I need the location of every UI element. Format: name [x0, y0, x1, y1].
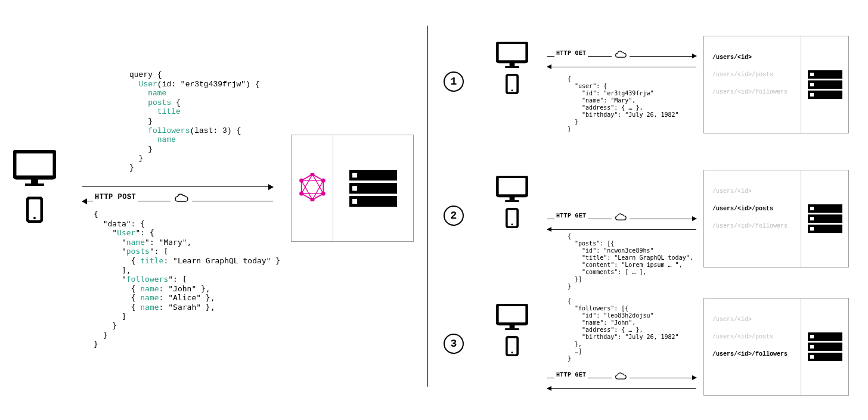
request-arrow: HTTP GET — [547, 214, 696, 225]
svg-point-15 — [511, 89, 513, 91]
graphql-response-code: { "data": { "User": { "name": "Mary", "p… — [94, 210, 280, 349]
desktop-icon — [13, 150, 56, 186]
endpoint-path: /users/<id>/followers — [712, 89, 795, 95]
endpoint-path: /users/<id>/posts — [712, 206, 795, 212]
svg-point-7 — [321, 191, 325, 195]
step-number: 3 — [444, 334, 464, 354]
mobile-icon — [506, 208, 519, 228]
endpoint-path: /users/<id>/posts — [712, 334, 795, 340]
svg-point-25 — [511, 351, 513, 353]
client-devices — [496, 304, 528, 356]
desktop-icon — [496, 176, 528, 202]
svg-point-10 — [299, 179, 303, 183]
http-method-label: HTTP GET — [554, 372, 588, 378]
step-number: 2 — [444, 206, 464, 226]
client-devices — [13, 150, 56, 223]
endpoint-path: /users/<id>/posts — [712, 71, 795, 78]
svg-rect-2 — [25, 183, 44, 186]
svg-rect-23 — [505, 328, 519, 330]
cloud-icon — [612, 372, 630, 382]
request-arrow: HTTP GET — [547, 373, 696, 384]
endpoints-list: /users/<id>/users/<id>/posts/users/<id>/… — [704, 170, 801, 267]
request-arrow: HTTP GET — [547, 51, 696, 62]
database-icon — [808, 331, 842, 363]
mobile-icon — [506, 74, 519, 94]
http-arrows-left: HTTP POST — [82, 180, 273, 209]
svg-rect-12 — [510, 63, 515, 66]
rest-response-json: { "user": { "id": "er3tg439frjw" "name":… — [568, 76, 679, 133]
endpoint-path: /users/<id> — [712, 316, 795, 323]
http-method-label: HTTP GET — [554, 50, 588, 57]
cloud-icon — [612, 50, 630, 61]
rest-server-box: /users/<id>/users/<id>/posts/users/<id>/… — [703, 170, 849, 267]
rest-step-2: 2HTTP GET{ "posts": [{ "id": "ncwon3ce89… — [441, 158, 852, 283]
client-devices — [496, 176, 528, 228]
http-arrows: HTTP GET — [547, 51, 696, 73]
svg-rect-13 — [505, 66, 519, 68]
response-arrow — [547, 62, 696, 73]
endpoint-path: /users/<id>/followers — [712, 351, 795, 357]
svg-rect-22 — [510, 325, 515, 328]
http-arrows: HTTP GET — [547, 373, 696, 394]
rest-response-json: { "posts": [{ "id": "ncwon3ce89hs" "titl… — [568, 233, 693, 290]
request-arrow — [82, 180, 273, 194]
cloud-icon — [170, 193, 192, 205]
svg-point-8 — [310, 198, 314, 201]
svg-rect-11 — [497, 42, 527, 61]
svg-rect-0 — [14, 151, 55, 178]
http-method-label: HTTP GET — [554, 213, 588, 219]
mobile-icon — [26, 197, 43, 223]
http-method-label: HTTP POST — [93, 193, 138, 201]
svg-rect-16 — [497, 176, 527, 195]
rest-response-json: { "followers": [{ "id": "leo83h2dojsu" "… — [568, 298, 679, 362]
response-arrow — [547, 384, 696, 394]
desktop-icon — [496, 304, 528, 330]
response-arrow: HTTP POST — [82, 194, 273, 209]
svg-point-4 — [33, 217, 36, 219]
svg-rect-17 — [510, 197, 515, 200]
rest-step-1: 1HTTP GET{ "user": { "id": "er3tg439frjw… — [441, 24, 852, 149]
cloud-icon — [612, 213, 630, 223]
database-icon — [808, 69, 842, 101]
endpoint-path: /users/<id> — [712, 188, 795, 195]
svg-rect-1 — [31, 179, 38, 183]
svg-rect-18 — [505, 200, 519, 202]
database-icon — [349, 167, 397, 209]
http-arrows: HTTP GET — [547, 214, 696, 235]
graphql-logo-icon — [299, 173, 326, 204]
rest-step-3: 3HTTP GET{ "followers": [{ "id": "leo83h… — [441, 286, 852, 411]
rest-server-box: /users/<id>/users/<id>/posts/users/<id>/… — [703, 298, 849, 396]
svg-point-20 — [511, 223, 513, 225]
endpoints-list: /users/<id>/users/<id>/posts/users/<id>/… — [704, 298, 801, 395]
graphql-server-box — [291, 135, 414, 242]
svg-rect-21 — [497, 304, 527, 323]
svg-point-6 — [321, 179, 325, 183]
step-number: 1 — [444, 71, 464, 92]
svg-point-5 — [310, 173, 314, 176]
vertical-divider — [427, 26, 428, 387]
endpoint-path: /users/<id> — [712, 54, 795, 61]
endpoint-path: /users/<id>/followers — [712, 223, 795, 229]
svg-point-9 — [299, 191, 303, 195]
endpoints-list: /users/<id>/users/<id>/posts/users/<id>/… — [704, 36, 801, 133]
database-icon — [808, 203, 842, 235]
mobile-icon — [506, 336, 519, 356]
client-devices — [496, 42, 528, 94]
rest-server-box: /users/<id>/users/<id>/posts/users/<id>/… — [703, 36, 849, 133]
desktop-icon — [496, 42, 528, 68]
graphql-query-code: query { User(id: "er3tg439frjw") { name … — [129, 70, 259, 173]
